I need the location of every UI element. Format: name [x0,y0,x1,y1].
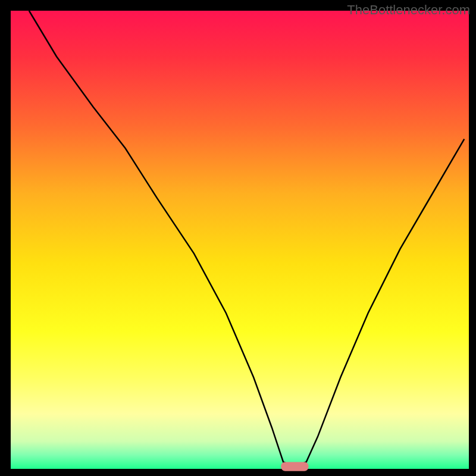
chart-svg [0,0,476,476]
chart-container: TheBottlenecker.com [0,0,476,476]
watermark-text: TheBottlenecker.com [347,2,470,18]
optimal-marker [281,462,308,471]
chart-gradient-bg [11,11,469,469]
